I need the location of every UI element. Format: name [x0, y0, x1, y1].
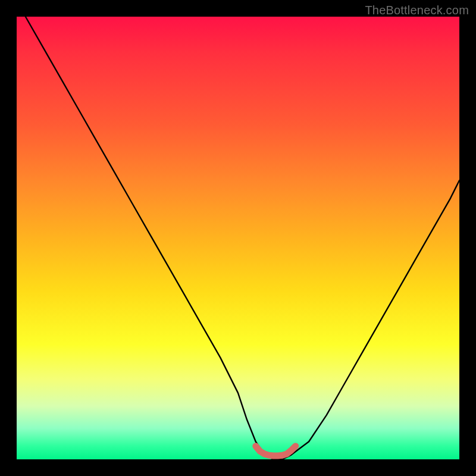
- chart-frame: TheBottleneck.com: [0, 0, 476, 476]
- watermark-text: TheBottleneck.com: [365, 4, 469, 17]
- optimal-segment-line: [256, 446, 296, 456]
- chart-svg: [17, 17, 459, 459]
- plot-area: [17, 17, 459, 459]
- bottleneck-curve-line: [26, 17, 459, 459]
